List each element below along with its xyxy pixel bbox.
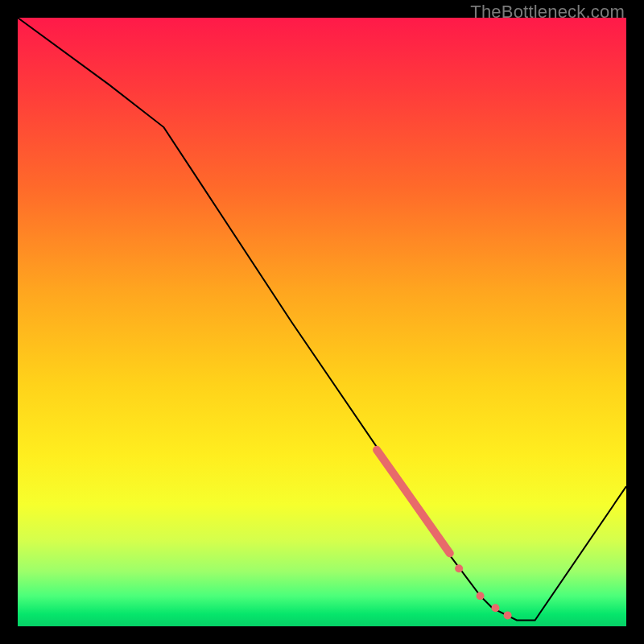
highlight-dot <box>455 564 463 572</box>
highlight-dot <box>477 592 485 600</box>
highlight-dot <box>491 604 499 612</box>
bottleneck-curve <box>18 18 626 620</box>
plot-area <box>18 18 626 626</box>
highlight-segment <box>377 450 450 554</box>
chart-frame: TheBottleneck.com <box>0 0 644 644</box>
highlight-dot <box>504 611 512 619</box>
chart-svg <box>18 18 626 626</box>
